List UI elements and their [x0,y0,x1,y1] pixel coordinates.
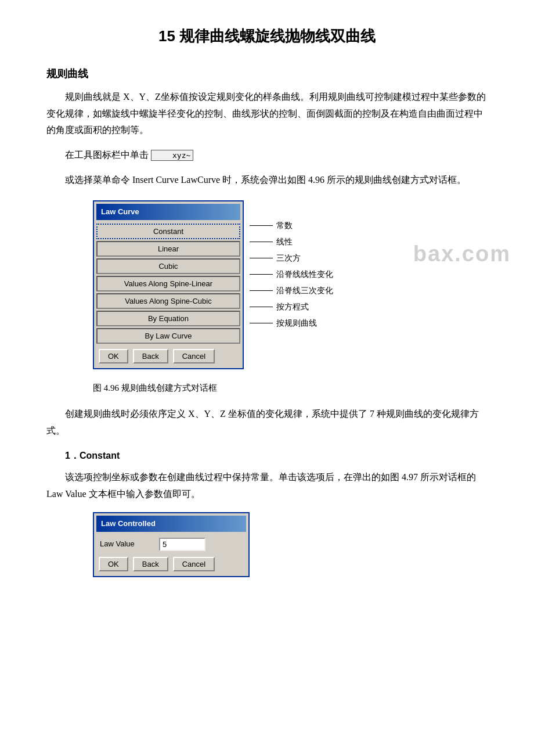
annotation-constant: 常数 [250,218,333,234]
paragraph-or: 或选择菜单命令 Insert Curve LawCurve 时，系统会弹出如图 … [46,172,488,189]
label-linear: 线性 [276,235,293,249]
law-value-row: Law Value [96,535,246,553]
option-by-law-curve[interactable]: By Law Curve [96,328,240,344]
annotation-equation: 按方程式 [250,299,333,315]
dialog1-ok-button[interactable]: OK [99,349,128,363]
dialog2-cancel-button[interactable]: Cancel [173,557,215,571]
tool-icon: xyz~ [151,150,193,161]
label-spine-cubic: 沿脊线三次变化 [276,284,333,298]
dash-spine-linear [250,274,273,275]
dialog1-annotations: 常数 线性 三次方 沿脊线线性变化 沿脊线三次变化 按方程式 按规则曲线 [250,218,333,332]
dash-constant [250,225,273,226]
option-constant[interactable]: Constant [96,224,240,239]
tool-icon-line: 在工具图标栏中单击 xyz~ [46,147,488,164]
dialog2-back-button[interactable]: Back [133,557,168,571]
annotation-cubic: 三次方 [250,250,333,267]
annotation-law-curve: 按规则曲线 [250,315,333,332]
annotation-linear: 线性 [250,234,333,250]
label-equation: 按方程式 [276,300,309,314]
label-spine-linear: 沿脊线线性变化 [276,268,333,282]
dialog1-btn-row: OK Back Cancel [96,345,240,366]
page-title: 15 规律曲线螺旋线抛物线双曲线 [46,23,488,49]
option-values-spine-linear[interactable]: Values Along Spine-Linear [96,276,240,291]
watermark: bax.com [413,235,511,273]
option-cubic[interactable]: Cubic [96,258,240,274]
dash-law-curve [250,323,273,323]
option-by-equation[interactable]: By Equation [96,311,240,326]
dash-equation [250,307,273,307]
law-curve-dialog: Law Curve Constant Linear Cubic Values A… [93,200,244,369]
paragraph-1: 规则曲线就是 X、Y、Z坐标值按设定规则变化的样条曲线。利用规则曲线可控制建模过… [46,89,488,139]
law-curve-dialog-title: Law Curve [96,204,240,220]
law-value-input[interactable] [159,538,205,551]
dialog1-cancel-button[interactable]: Cancel [173,349,215,363]
law-value-label: Law Value [100,538,152,550]
annotation-spine-cubic: 沿脊线三次变化 [250,283,333,299]
dash-linear [250,242,273,242]
paragraph-3: 该选项控制坐标或参数在创建曲线过程中保持常量。单击该选项后，在弹出的如图 4.9… [46,469,488,503]
dash-spine-cubic [250,290,273,291]
tool-line-prefix: 在工具图标栏中单击 [46,147,149,164]
label-constant: 常数 [276,219,293,233]
paragraph-2: 创建规则曲线时必须依序定义 X、Y、Z 坐标值的变化规律，系统中提供了 7 种规… [46,406,488,440]
label-law-curve: 按规则曲线 [276,316,317,330]
figure-caption-1: 图 4.96 规则曲线创建方式对话框 [93,381,488,396]
annotation-spine-linear: 沿脊线线性变化 [250,267,333,283]
law-curve-dialog-area: Law Curve Constant Linear Cubic Values A… [93,200,488,369]
option-values-spine-cubic[interactable]: Values Along Spine-Cubic [96,293,240,309]
section-title-1: 规则曲线 [46,65,488,83]
label-cubic: 三次方 [276,251,301,265]
dialog2-ok-button[interactable]: OK [99,557,128,571]
law-controlled-title: Law Controlled [96,516,246,532]
option-linear[interactable]: Linear [96,241,240,257]
dash-cubic [250,258,273,258]
law-controlled-dialog: Law Controlled Law Value OK Back Cancel [93,512,250,577]
dialog1-back-button[interactable]: Back [133,349,168,363]
subsection-title-constant: 1．Constant [65,448,488,463]
dialog2-btn-row: OK Back Cancel [96,553,246,574]
